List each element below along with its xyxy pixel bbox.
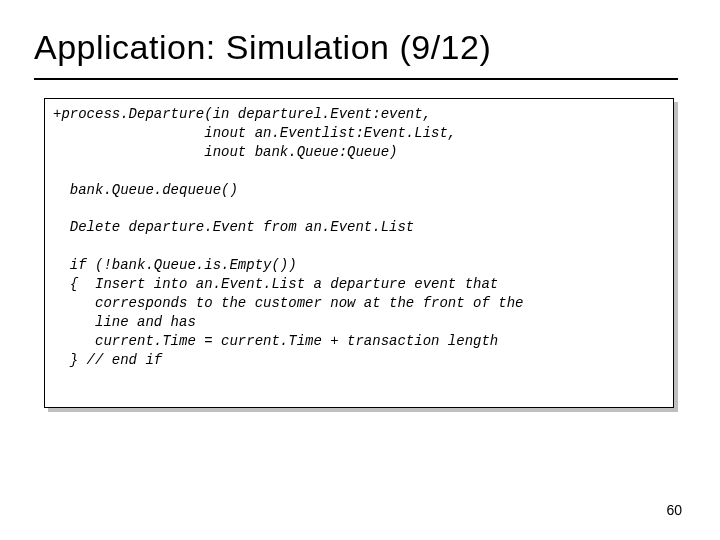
- code-line: { Insert into an.Event.List a departure …: [53, 276, 498, 292]
- code-box: +process.Departure(in departurel.Event:e…: [44, 98, 674, 408]
- title-underline: [34, 78, 678, 80]
- code-line: bank.Queue.dequeue(): [53, 182, 238, 198]
- code-line: inout bank.Queue:Queue): [53, 144, 397, 160]
- slide-title: Application: Simulation (9/12): [34, 28, 491, 67]
- code-line: Delete departure.Event from an.Event.Lis…: [53, 219, 414, 235]
- code-line: inout an.Eventlist:Event.List,: [53, 125, 456, 141]
- slide: Application: Simulation (9/12) +process.…: [0, 0, 720, 540]
- code-line: line and has: [53, 314, 196, 330]
- code-line: corresponds to the customer now at the f…: [53, 295, 523, 311]
- page-number: 60: [666, 502, 682, 518]
- code-content: +process.Departure(in departurel.Event:e…: [53, 105, 665, 369]
- code-line: current.Time = current.Time + transactio…: [53, 333, 498, 349]
- code-box-frame: +process.Departure(in departurel.Event:e…: [44, 98, 674, 408]
- code-line: } // end if: [53, 352, 162, 368]
- code-line: if (!bank.Queue.is.Empty()): [53, 257, 297, 273]
- code-line: +process.Departure(in departurel.Event:e…: [53, 106, 431, 122]
